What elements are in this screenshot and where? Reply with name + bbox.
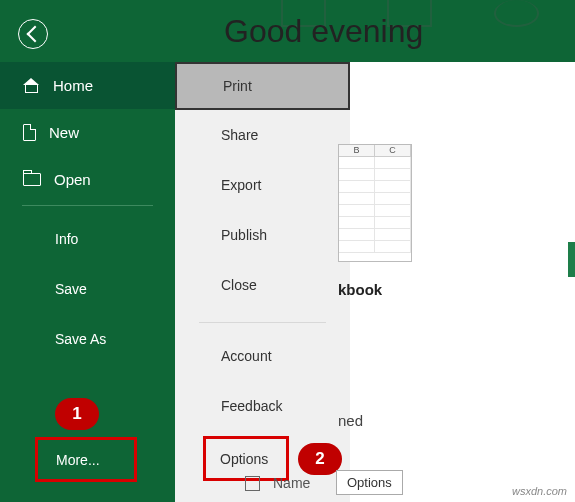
flyout-feedback[interactable]: Feedback [175, 381, 350, 431]
nav-save-label: Save [55, 281, 87, 297]
watermark: wsxdn.com [512, 485, 567, 497]
sidebar: Home New Open Info Save Save As More... [0, 62, 175, 502]
flyout-divider [199, 322, 326, 323]
nav-home-label: Home [53, 77, 93, 94]
flyout-close[interactable]: Close [175, 260, 350, 310]
nav-open[interactable]: Open [0, 156, 175, 203]
nav-save[interactable]: Save [0, 264, 175, 314]
nav-new[interactable]: New [0, 109, 175, 156]
name-column-header[interactable]: Name [273, 475, 310, 491]
document-icon [23, 124, 36, 141]
workbook-label: kbook [338, 281, 382, 298]
flyout-print[interactable]: Print [175, 62, 350, 110]
nav-more-label: More... [56, 452, 100, 468]
nav-more[interactable]: More... [35, 437, 137, 482]
folder-icon [23, 173, 41, 186]
pinned-label: ned [338, 412, 363, 429]
col-b: B [339, 145, 375, 156]
nav-save-as[interactable]: Save As [0, 314, 175, 364]
sidebar-divider [22, 205, 153, 206]
nav-new-label: New [49, 124, 79, 141]
scroll-indicator [568, 242, 575, 277]
back-arrow-icon [26, 26, 43, 43]
back-button[interactable] [18, 19, 48, 49]
nav-home[interactable]: Home [0, 62, 175, 109]
options-tooltip: Options [336, 470, 403, 495]
flyout-export[interactable]: Export [175, 160, 350, 210]
flyout-publish[interactable]: Publish [175, 210, 350, 260]
nav-open-label: Open [54, 171, 91, 188]
workbook-thumbnail[interactable]: B C [338, 144, 412, 262]
flyout-share[interactable]: Share [175, 110, 350, 160]
greeting-title: Good evening [224, 13, 423, 50]
nav-save-as-label: Save As [55, 331, 106, 347]
flyout-account[interactable]: Account [175, 331, 350, 381]
home-icon [23, 78, 40, 93]
col-c: C [375, 145, 411, 156]
nav-info[interactable]: Info [0, 214, 175, 264]
nav-info-label: Info [55, 231, 78, 247]
content-area: B C kbook ned Name Options [350, 62, 575, 502]
more-flyout: Print Share Export Publish Close Account… [175, 62, 350, 502]
select-all-checkbox[interactable] [245, 476, 260, 491]
annotation-badge-1: 1 [55, 398, 99, 430]
